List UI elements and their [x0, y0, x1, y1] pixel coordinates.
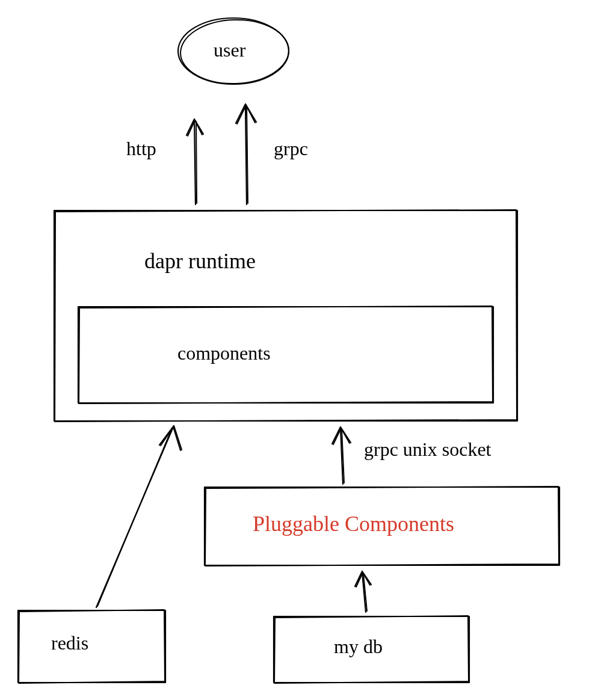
redis-to-components-arrow — [96, 426, 182, 607]
http-arrow — [186, 119, 203, 204]
http-label: http — [126, 138, 156, 159]
grpc-label: grpc — [274, 138, 308, 159]
pluggable-components-label: Pluggable Components — [253, 512, 454, 536]
redis-label: redis — [51, 633, 88, 654]
components-box — [78, 306, 493, 404]
dapr-runtime-box — [54, 210, 517, 422]
grpc-unix-socket-label: grpc unix socket — [364, 439, 491, 460]
diagram-svg — [0, 0, 607, 700]
grpc-arrow — [236, 104, 256, 204]
dapr-runtime-label: dapr runtime — [144, 250, 256, 274]
pluggable-to-components-arrow — [332, 427, 351, 484]
diagram-canvas: user http grpc dapr runtime components g… — [0, 0, 607, 700]
user-label: user — [214, 40, 245, 61]
redis-box — [18, 610, 165, 683]
mydb-label: my db — [334, 636, 383, 657]
components-label: components — [177, 343, 271, 364]
mydb-to-pluggable-arrow — [355, 571, 371, 612]
